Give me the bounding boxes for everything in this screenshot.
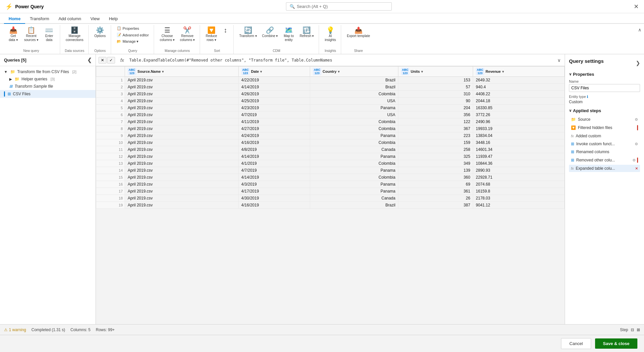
table-row: 16April 2019.csv4/3/2019Panama692074.68 <box>96 181 565 188</box>
manage-label: Manage ▾ <box>123 39 139 44</box>
search-box[interactable]: 🔍 Search (Alt + Q) <box>286 2 392 11</box>
transform-button[interactable]: 🔄 Transform ▾ <box>237 25 259 40</box>
col-header-units[interactable]: ABC123 Units ▾ <box>398 66 473 77</box>
chevron-applied-steps: ∨ <box>569 109 572 113</box>
rows-text: Rows: 99+ <box>96 328 115 332</box>
col-type-revenue: ABC123 <box>476 68 484 75</box>
name-input[interactable] <box>569 84 640 92</box>
search-icon: 🔍 <box>290 4 295 9</box>
settings-panel-toggle[interactable]: ❯ <box>636 60 640 66</box>
enter-data-label: Enterdata <box>45 34 53 42</box>
remove-columns-button[interactable]: ✂️ Removecolumns ▾ <box>178 25 197 44</box>
step-error-bar <box>637 125 638 130</box>
col-filter-units[interactable]: ▾ <box>421 70 423 73</box>
step-left: 📁 Source <box>571 117 590 122</box>
properties-button[interactable]: 📋 Properties <box>114 25 151 31</box>
applied-step-item[interactable]: ⊞ Removed other colu... ⚙ <box>569 156 640 164</box>
settings-applied-steps-header[interactable]: ∨ Applied steps <box>569 108 640 113</box>
export-template-button[interactable]: 📤 Export template <box>344 25 372 40</box>
col-filter-revenue[interactable]: ▾ <box>502 70 504 73</box>
choose-columns-button[interactable]: ☰ Choosecolumns ▾ <box>157 25 177 44</box>
ai-insights-button[interactable]: 💡 AIinsights <box>322 25 338 44</box>
ribbon: 📥 Getdata ▾ 📋 Recentsources ▾ ⌨️ Enterda… <box>0 24 644 54</box>
step-left: ⊞ Renamed columns <box>571 150 609 154</box>
recent-sources-icon: 📋 <box>27 27 35 33</box>
col-header-date[interactable]: ABC123 Date ▾ <box>238 66 310 77</box>
combine-button[interactable]: 🔗 Combine ▾ <box>260 25 280 40</box>
refresh-button[interactable]: 🔃 Refresh ▾ <box>297 25 316 40</box>
close-button[interactable]: ✕ <box>634 3 639 10</box>
table-row: 18April 2019.csv4/30/2019Canada262178.03 <box>96 195 565 202</box>
tree-item-csv-files[interactable]: ⊞ CSV Files <box>0 90 96 98</box>
applied-step-item[interactable]: fx Added custom <box>569 132 640 140</box>
step-table-icon: ⊞ <box>571 158 574 162</box>
step-view-button[interactable]: Step <box>620 328 628 332</box>
sort-button[interactable]: ↕️ <box>220 25 231 36</box>
enter-data-button[interactable]: ⌨️ Enterdata <box>41 25 57 44</box>
tree-item-transform-sample[interactable]: ⊞ Transform Sample file <box>0 83 96 90</box>
applied-step-item[interactable]: ⊞ Renamed columns <box>569 148 640 155</box>
col-header-revenue[interactable]: ABC123 Revenue ▾ <box>473 66 565 77</box>
applied-step-item[interactable]: ⊞ Invoke custom funct... ⚙ <box>569 140 640 148</box>
step-label: Expanded table colu... <box>576 166 615 171</box>
ribbon-buttons-share: 📤 Export template <box>344 25 372 48</box>
settings-properties-header[interactable]: ∨ Properties <box>569 72 640 77</box>
step-left: 🔽 Filtered hidden files <box>571 125 612 130</box>
recent-sources-button[interactable]: 📋 Recentsources ▾ <box>22 25 41 44</box>
app-icon: ⚡ <box>5 3 13 10</box>
options-button[interactable]: ⚙️ Options <box>92 25 108 40</box>
col-filter-country[interactable]: ▾ <box>338 70 340 73</box>
reduce-rows-button[interactable]: 🔽 Reducerows ▾ <box>203 25 219 44</box>
step-delete-button[interactable]: ✕ <box>635 166 638 171</box>
cancel-button[interactable]: Cancel <box>561 338 591 349</box>
applied-step-item[interactable]: 📁 Source ⚙ <box>569 116 640 123</box>
ribbon-buttons-options: ⚙️ Options <box>92 25 108 48</box>
grid-container[interactable]: ABC123 Source.Name ▾ ABC123 Date ▾ <box>96 66 565 324</box>
completed-text: Completed (1.31 s) <box>31 328 65 332</box>
manage-connections-button[interactable]: 🗄️ Manageconnections <box>63 25 86 44</box>
table-row: 3April 2019.csv4/26/2019Colombia3104408.… <box>96 91 565 98</box>
col-type-country: ABC123 <box>313 68 321 75</box>
col-filter-date[interactable]: ▾ <box>260 70 262 73</box>
advanced-editor-button[interactable]: 📝 Advanced editor <box>114 32 151 38</box>
save-close-button[interactable]: Save & close <box>595 338 637 349</box>
ribbon-buttons-new-query: 📥 Getdata ▾ 📋 Recentsources ▾ ⌨️ Enterda… <box>5 25 57 48</box>
tab-help[interactable]: Help <box>104 14 122 24</box>
tab-transform[interactable]: Transform <box>25 14 54 24</box>
col-filter-source-name[interactable]: ▾ <box>162 70 164 73</box>
export-template-icon: 📤 <box>354 27 363 33</box>
properties-icon: 📋 <box>117 26 121 30</box>
collapse-ribbon-button[interactable]: ∧ <box>638 27 641 32</box>
tree-item-transform-file-folder[interactable]: ▼ 📁 Transform file from CSV Files [2] <box>0 68 96 75</box>
formula-input[interactable] <box>129 58 553 63</box>
layout-view-button[interactable]: ⊠ <box>637 328 640 332</box>
map-to-entity-button[interactable]: 🗺️ Map toentity <box>281 25 297 44</box>
step-label: Removed other colu... <box>576 158 615 162</box>
grid-view-button[interactable]: ⊟ <box>631 328 634 332</box>
col-header-source-name[interactable]: ABC123 Source.Name ▾ <box>125 66 238 77</box>
columns-text: Columns: 5 <box>70 328 91 332</box>
formula-nav-cancel[interactable]: ✕ <box>99 57 106 64</box>
formula-nav-confirm[interactable]: ✓ <box>107 57 115 64</box>
manage-button[interactable]: 📂 Manage ▾ <box>114 38 151 45</box>
step-gear-button[interactable]: ⚙ <box>635 142 638 146</box>
col-header-country[interactable]: ABC123 Country ▾ <box>310 66 398 77</box>
table-icon-transform-sample: ⊞ <box>9 84 13 89</box>
step-gear-button[interactable]: ⚙ <box>635 117 638 122</box>
step-gear-button[interactable]: ⚙ <box>632 158 636 162</box>
queries-panel-toggle[interactable]: ❮ <box>87 57 92 63</box>
tab-home[interactable]: Home <box>4 14 25 24</box>
warning-icon: ⚠ <box>4 328 8 332</box>
get-data-button[interactable]: 📥 Getdata ▾ <box>5 25 21 44</box>
status-warning: ⚠ 1 warning <box>4 328 26 332</box>
tab-view[interactable]: View <box>86 14 104 24</box>
formula-expand-button[interactable]: ∨ <box>556 58 562 63</box>
step-actions: ⚙ <box>632 157 638 163</box>
applied-step-item[interactable]: 🔽 Filtered hidden files <box>569 124 640 132</box>
applied-step-item[interactable]: fx Expanded table colu... ✕ <box>569 165 640 172</box>
chevron-properties: ∨ <box>569 72 572 76</box>
folder-icon-transform-file: 📁 <box>10 69 15 74</box>
tab-add-column[interactable]: Add column <box>54 14 86 24</box>
tree-item-helper-queries[interactable]: ▶ 📁 Helper queries [3] <box>0 75 96 83</box>
step-label: Source <box>578 117 590 122</box>
